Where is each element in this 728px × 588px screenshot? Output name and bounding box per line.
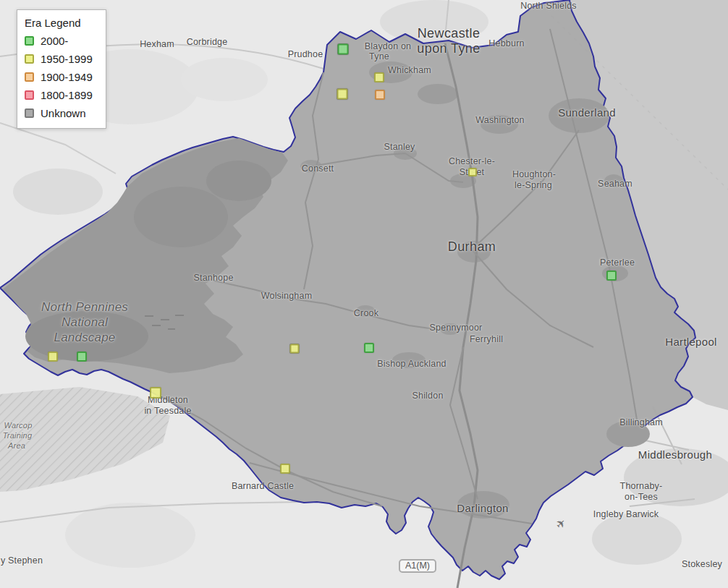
- era-marker[interactable]: [375, 90, 385, 100]
- legend-swatch: [25, 54, 34, 64]
- era-marker[interactable]: [280, 464, 290, 474]
- map-root: Newcastleupon TyneDurhamSunderlandHartle…: [0, 0, 728, 588]
- legend-row: Unknown: [25, 107, 93, 119]
- era-marker[interactable]: [374, 72, 384, 82]
- road-shield-a1m: A1(M): [399, 559, 436, 573]
- legend-label: 1950-1999: [41, 53, 93, 65]
- era-marker[interactable]: [338, 44, 349, 55]
- legend-label: 2000-: [41, 35, 68, 47]
- legend-title: Era Legend: [25, 17, 93, 29]
- legend-row: 2000-: [25, 35, 93, 47]
- legend-row: 1950-1999: [25, 53, 93, 65]
- era-marker[interactable]: [290, 344, 300, 354]
- legend-label: 1900-1949: [41, 71, 93, 83]
- legend-row: 1800-1899: [25, 89, 93, 101]
- legend-swatch: [25, 90, 34, 100]
- era-marker[interactable]: [364, 343, 374, 353]
- legend-row: 1900-1949: [25, 71, 93, 83]
- legend-swatch: [25, 72, 34, 82]
- legend-swatch: [25, 108, 34, 118]
- era-marker[interactable]: [48, 351, 58, 362]
- legend-swatch: [25, 36, 34, 46]
- era-marker[interactable]: [468, 168, 477, 176]
- legend-label: Unknown: [41, 107, 86, 119]
- era-legend: Era Legend 2000- 1950-1999 1900-1949 180…: [17, 9, 106, 129]
- era-marker[interactable]: [337, 89, 348, 100]
- map-canvas[interactable]: [0, 0, 728, 588]
- era-marker[interactable]: [606, 270, 617, 281]
- era-marker[interactable]: [150, 387, 161, 399]
- legend-label: 1800-1899: [41, 89, 93, 101]
- era-marker[interactable]: [77, 351, 87, 362]
